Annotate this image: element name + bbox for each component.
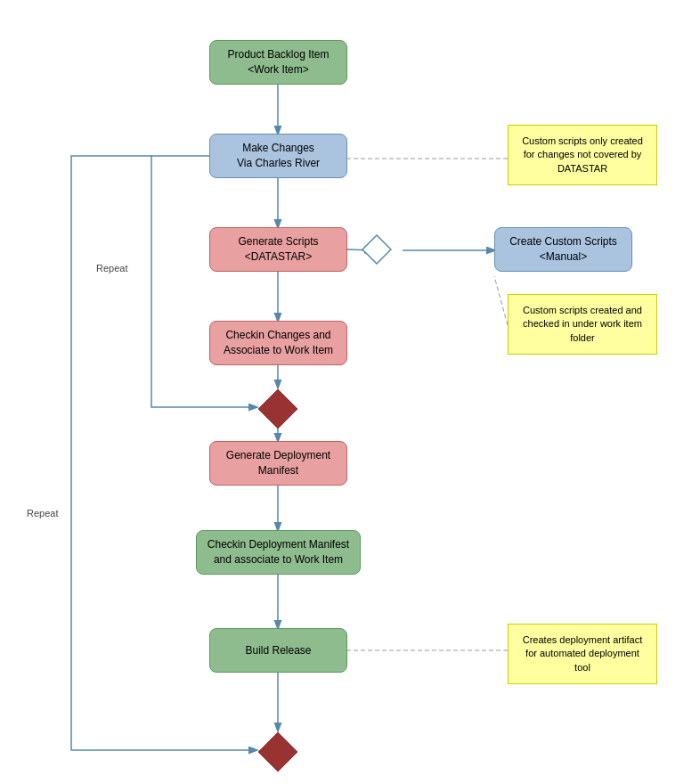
generate-manifest-label: Generate Deployment Manifest bbox=[226, 448, 330, 478]
repeat-label-1: Repeat bbox=[96, 263, 127, 274]
svg-marker-14 bbox=[258, 389, 297, 429]
checkin-manifest-label: Checkin Deployment Manifest and associat… bbox=[208, 537, 349, 568]
build-release-node: Build Release bbox=[209, 628, 347, 673]
create-custom-node: Create Custom Scripts <Manual> bbox=[494, 227, 632, 272]
make-changes-label: Make Changes Via Charles River bbox=[237, 141, 320, 171]
repeat-label-2: Repeat bbox=[27, 508, 58, 519]
note2: Custom scripts created and checked in un… bbox=[508, 294, 657, 355]
note1-label: Custom scripts only created for changes … bbox=[522, 135, 643, 176]
generate-scripts-label: Generate Scripts <DATASTAR> bbox=[238, 234, 318, 265]
diamond-d1 bbox=[256, 388, 299, 430]
note3-label: Creates deployment artifact for automate… bbox=[523, 633, 643, 674]
checkin-manifest-node: Checkin Deployment Manifest and associat… bbox=[196, 530, 361, 575]
note2-label: Custom scripts created and checked in un… bbox=[523, 304, 642, 345]
flowchart-diagram: Product Backlog Item <Work Item> Make Ch… bbox=[0, 0, 700, 784]
make-changes-node: Make Changes Via Charles River bbox=[209, 134, 347, 178]
backlog-node: Product Backlog Item <Work Item> bbox=[209, 40, 347, 85]
decision-diamond bbox=[362, 234, 392, 265]
generate-scripts-node: Generate Scripts <DATASTAR> bbox=[209, 227, 347, 272]
note1: Custom scripts only created for changes … bbox=[508, 125, 657, 185]
create-custom-label: Create Custom Scripts <Manual> bbox=[509, 234, 617, 265]
checkin-changes-label: Checkin Changes and Associate to Work It… bbox=[224, 328, 333, 358]
build-release-label: Build Release bbox=[245, 643, 311, 658]
svg-marker-13 bbox=[362, 235, 391, 264]
note3: Creates deployment artifact for automate… bbox=[508, 624, 657, 684]
backlog-label: Product Backlog Item <Work Item> bbox=[227, 47, 329, 78]
svg-line-11 bbox=[494, 276, 508, 325]
checkin-changes-node: Checkin Changes and Associate to Work It… bbox=[209, 321, 347, 365]
generate-manifest-node: Generate Deployment Manifest bbox=[209, 441, 347, 486]
svg-marker-15 bbox=[258, 732, 297, 772]
diamond-d3 bbox=[256, 731, 299, 773]
